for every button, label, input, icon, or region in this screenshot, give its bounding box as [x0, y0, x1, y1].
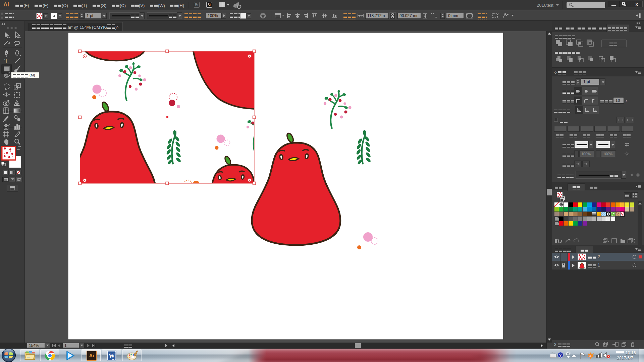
svg-text:T: T — [4, 57, 8, 64]
svg-text:a: a — [590, 354, 592, 358]
svg-text:W: W — [109, 353, 115, 359]
svg-text:?: ? — [559, 353, 562, 358]
